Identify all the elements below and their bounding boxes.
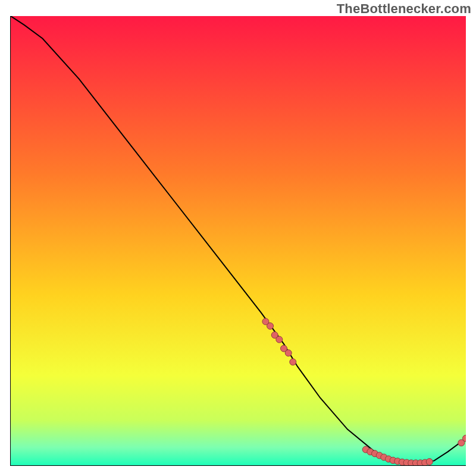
data-marker bbox=[276, 336, 283, 343]
data-marker bbox=[290, 359, 296, 365]
data-marker bbox=[285, 350, 292, 356]
watermark-text: TheBottlenecker.com bbox=[337, 1, 471, 17]
bottleneck-curve bbox=[11, 16, 466, 463]
plot-area bbox=[10, 16, 466, 466]
curve-layer bbox=[11, 16, 466, 465]
data-marker bbox=[267, 322, 274, 329]
chart-container: TheBottlenecker.com bbox=[0, 0, 476, 476]
data-marker bbox=[426, 459, 433, 465]
